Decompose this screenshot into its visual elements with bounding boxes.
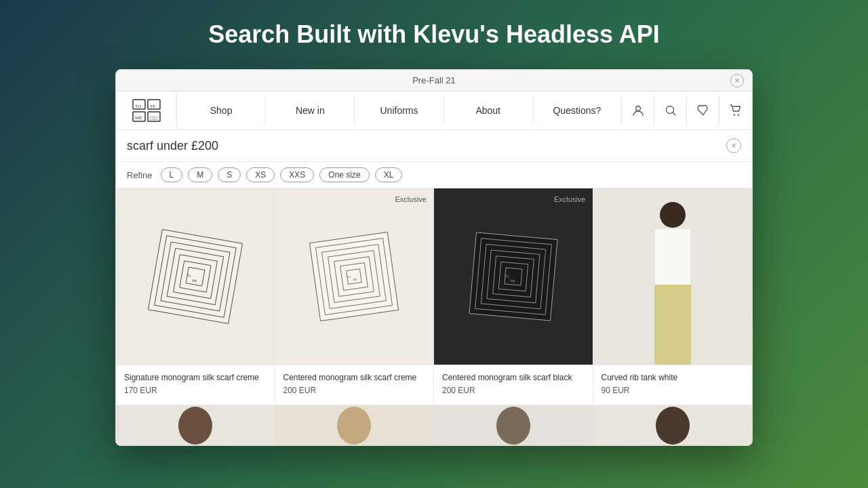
product-image-2: Exclusive TO ME <box>275 188 434 365</box>
product-name-3: Centered monogram silk scarf black <box>442 372 585 384</box>
product-image-4 <box>593 188 753 365</box>
nav-item-new-in[interactable]: New in <box>266 96 355 125</box>
product-card-3[interactable]: Exclusive TO ME <box>434 188 593 405</box>
exclusive-badge-2: Exclusive <box>395 195 427 203</box>
svg-text:◻◻: ◻◻ <box>150 115 158 121</box>
svg-point-40 <box>178 407 212 445</box>
partial-product-4 <box>652 405 693 445</box>
account-button[interactable] <box>622 94 654 127</box>
product-bottom-3 <box>434 405 593 445</box>
logo-icon: TO TE ME ◻◻ <box>132 98 161 123</box>
product-name-4: Curved rib tank white <box>601 372 745 384</box>
cart-icon <box>730 104 742 117</box>
search-clear-button[interactable]: × <box>726 138 741 153</box>
filter-M[interactable]: M <box>188 167 212 182</box>
svg-point-9 <box>666 106 673 114</box>
product-bottom-2 <box>275 405 435 445</box>
product-price-2: 200 EUR <box>283 386 426 395</box>
svg-text:ME: ME <box>510 279 515 283</box>
filter-S[interactable]: S <box>218 167 241 182</box>
product-bottom-1 <box>116 405 275 445</box>
svg-point-11 <box>734 114 735 115</box>
refine-label: Refine <box>127 170 153 180</box>
navigation-bar: TO TE ME ◻◻ Shop New in Uniforms About Q… <box>116 92 752 130</box>
svg-point-42 <box>496 407 530 445</box>
nav-item-about[interactable]: About <box>444 96 533 125</box>
svg-rect-22 <box>310 232 399 321</box>
product-card-2[interactable]: Exclusive TO ME <box>275 188 435 405</box>
filter-one-size[interactable]: One size <box>319 167 369 182</box>
svg-point-41 <box>337 407 371 445</box>
nav-item-uniforms[interactable]: Uniforms <box>355 96 443 125</box>
nav-item-questions[interactable]: Questions? <box>533 96 622 125</box>
svg-text:TE: TE <box>150 104 156 109</box>
filter-XL[interactable]: XL <box>375 167 403 182</box>
svg-text:TO: TO <box>135 104 141 109</box>
browser-tab-title: Pre-Fall 21 <box>412 75 456 85</box>
filter-XXS[interactable]: XXS <box>280 167 314 182</box>
product-image-3: Exclusive TO ME <box>434 188 593 365</box>
product-price-1: 170 EUR <box>124 386 267 395</box>
partial-product-1 <box>175 405 216 445</box>
svg-point-8 <box>635 106 640 111</box>
filter-L[interactable]: L <box>161 167 183 182</box>
product-name-2: Centered monogram silk scarf creme <box>283 372 426 384</box>
product-info-1: Signature monogram silk scarf creme 170 … <box>116 365 275 405</box>
browser-window: Pre-Fall 21 × TO TE ME ◻◻ <box>115 69 753 446</box>
page-title: Search Built with Klevu's Headless API <box>208 20 659 49</box>
product-card-4[interactable]: Curved rib tank white 90 EUR <box>593 188 753 405</box>
account-icon <box>632 104 644 117</box>
svg-rect-31 <box>469 232 557 321</box>
partial-product-3 <box>493 405 534 445</box>
nav-icons <box>622 94 752 127</box>
scarf-svg-1: TO ME <box>144 226 246 327</box>
product-info-3: Centered monogram silk scarf black 200 E… <box>434 365 593 405</box>
nav-items: Shop New in Uniforms About Questions? <box>177 96 622 125</box>
svg-point-43 <box>656 407 690 445</box>
product-price-4: 90 EUR <box>601 386 745 395</box>
model-head <box>660 202 686 228</box>
exclusive-badge-3: Exclusive <box>554 195 585 203</box>
browser-chrome: Pre-Fall 21 × <box>116 70 752 92</box>
search-button[interactable] <box>654 94 687 127</box>
browser-close-button[interactable]: × <box>730 74 744 87</box>
model-torso <box>655 229 690 285</box>
product-bottom-4 <box>593 405 753 445</box>
scarf-svg-3: TO ME <box>462 226 564 327</box>
nav-logo[interactable]: TO TE ME ◻◻ <box>116 92 177 129</box>
partial-product-2 <box>334 405 374 445</box>
product-card-1[interactable]: TO ME Signature monogram silk scarf crem… <box>116 188 275 405</box>
products-grid: TO ME Signature monogram silk scarf crem… <box>116 188 752 405</box>
svg-text:ME: ME <box>353 277 358 281</box>
search-icon <box>665 104 677 117</box>
wishlist-icon <box>697 104 709 117</box>
svg-text:TO: TO <box>504 274 509 279</box>
filter-XS[interactable]: XS <box>246 167 275 182</box>
svg-text:ME: ME <box>135 115 142 121</box>
refine-bar: Refine L M S XS XXS One size XL <box>116 162 752 188</box>
search-bar: × <box>116 130 752 162</box>
product-price-3: 200 EUR <box>442 386 585 395</box>
search-input[interactable] <box>127 139 726 153</box>
wishlist-button[interactable] <box>687 94 719 127</box>
products-grid-bottom <box>116 405 752 445</box>
svg-line-10 <box>673 113 675 116</box>
model-figure <box>593 188 753 365</box>
nav-item-shop[interactable]: Shop <box>177 96 266 125</box>
scarf-svg-2: TO ME <box>303 226 405 327</box>
product-name-1: Signature monogram silk scarf creme <box>124 372 267 384</box>
cart-button[interactable] <box>719 94 752 127</box>
model-pants <box>654 285 691 365</box>
model-body <box>646 202 700 365</box>
product-info-2: Centered monogram silk scarf creme 200 E… <box>275 365 434 405</box>
product-image-1: TO ME <box>116 188 275 365</box>
svg-point-12 <box>738 114 739 115</box>
svg-rect-13 <box>148 229 242 323</box>
product-info-4: Curved rib tank white 90 EUR <box>593 365 753 405</box>
